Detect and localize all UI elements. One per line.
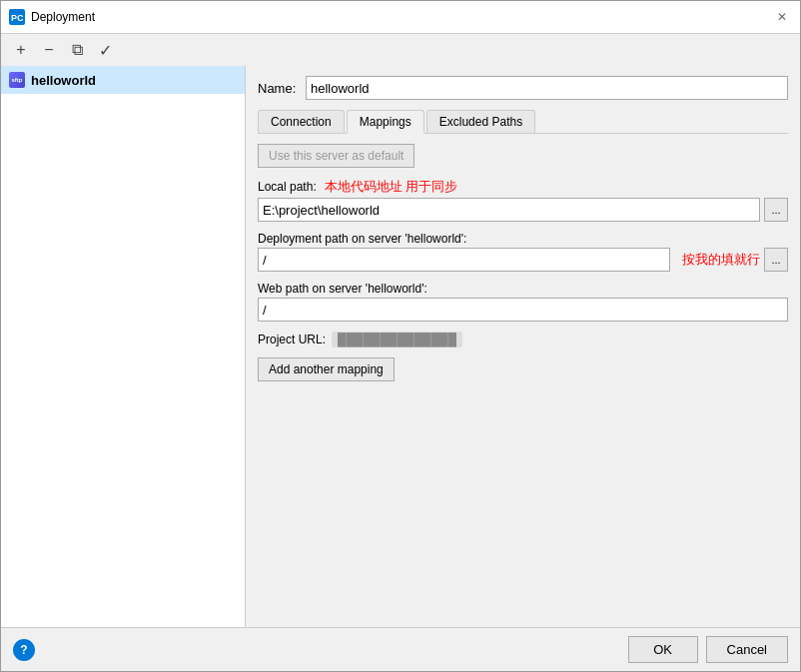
local-path-annotation: 本地代码地址 用于同步 [325, 178, 458, 196]
name-input[interactable] [306, 76, 788, 100]
footer-left: ? [13, 639, 35, 661]
footer-right: OK Cancel [628, 636, 788, 663]
check-button[interactable]: ✓ [93, 38, 117, 62]
local-path-input[interactable] [258, 198, 760, 222]
tab-connection[interactable]: Connection [258, 110, 345, 133]
use-default-row: Use this server as default [258, 144, 788, 172]
add-button[interactable]: + [9, 38, 33, 62]
tab-excluded-paths[interactable]: Excluded Paths [426, 110, 535, 133]
deployment-path-input[interactable] [258, 248, 670, 272]
right-panel: Name: Connection Mappings Excluded Paths [246, 66, 800, 627]
cancel-button[interactable]: Cancel [706, 636, 788, 663]
web-path-label: Web path on server 'helloworld': [258, 282, 788, 296]
toolbar: + − ⧉ ✓ [1, 34, 800, 66]
web-path-group: Web path on server 'helloworld': [258, 282, 788, 322]
local-path-input-row: ... [258, 198, 788, 222]
remove-button[interactable]: − [37, 38, 61, 62]
sidebar-item-label: helloworld [31, 73, 96, 88]
deployment-path-group: Deployment path on server 'helloworld': … [258, 232, 788, 272]
local-path-label: Local path: [258, 180, 317, 194]
use-default-button: Use this server as default [258, 144, 414, 168]
add-mapping-row: Add another mapping [258, 357, 788, 381]
main-content: sftp helloworld Name: Connection Mapping… [1, 66, 800, 627]
sftp-icon: sftp [9, 72, 25, 88]
project-url-value: ██████████████ [332, 332, 462, 347]
deployment-path-label: Deployment path on server 'helloworld': [258, 232, 788, 246]
project-url-label: Project URL: [258, 333, 326, 346]
sidebar-item-helloworld[interactable]: sftp helloworld [1, 66, 245, 94]
web-path-input[interactable] [258, 298, 788, 322]
app-icon: PC [9, 9, 25, 25]
help-button[interactable]: ? [13, 639, 35, 661]
sidebar: sftp helloworld [1, 66, 246, 627]
web-path-input-row [258, 298, 788, 322]
ok-button[interactable]: OK [628, 636, 698, 663]
title-bar: PC Deployment ✕ [1, 1, 800, 34]
name-row: Name: [258, 76, 788, 100]
svg-text:PC: PC [11, 13, 24, 23]
close-button[interactable]: ✕ [772, 7, 792, 27]
local-path-browse-button[interactable]: ... [764, 198, 788, 222]
deployment-dialog: PC Deployment ✕ + − ⧉ ✓ sftp helloworld [0, 0, 801, 672]
local-path-label-row: Local path: 本地代码地址 用于同步 [258, 178, 788, 196]
name-label: Name: [258, 81, 298, 96]
tab-mappings[interactable]: Mappings [347, 110, 424, 134]
dialog-footer: ? OK Cancel [1, 627, 800, 671]
tabs: Connection Mappings Excluded Paths [258, 110, 788, 134]
title-controls: ✕ [772, 7, 792, 27]
dialog-title: Deployment [31, 10, 772, 24]
copy-button[interactable]: ⧉ [65, 38, 89, 62]
deployment-path-annotation: 按我的填就行 [682, 251, 760, 269]
add-mapping-button[interactable]: Add another mapping [258, 357, 395, 381]
local-path-group: Local path: 本地代码地址 用于同步 ... [258, 178, 788, 222]
deployment-path-browse-button[interactable]: ... [764, 248, 788, 272]
mappings-content: Use this server as default Local path: 本… [258, 144, 788, 617]
deployment-path-input-row: 按我的填就行 ... [258, 248, 788, 272]
project-url-row: Project URL: ██████████████ [258, 332, 788, 347]
